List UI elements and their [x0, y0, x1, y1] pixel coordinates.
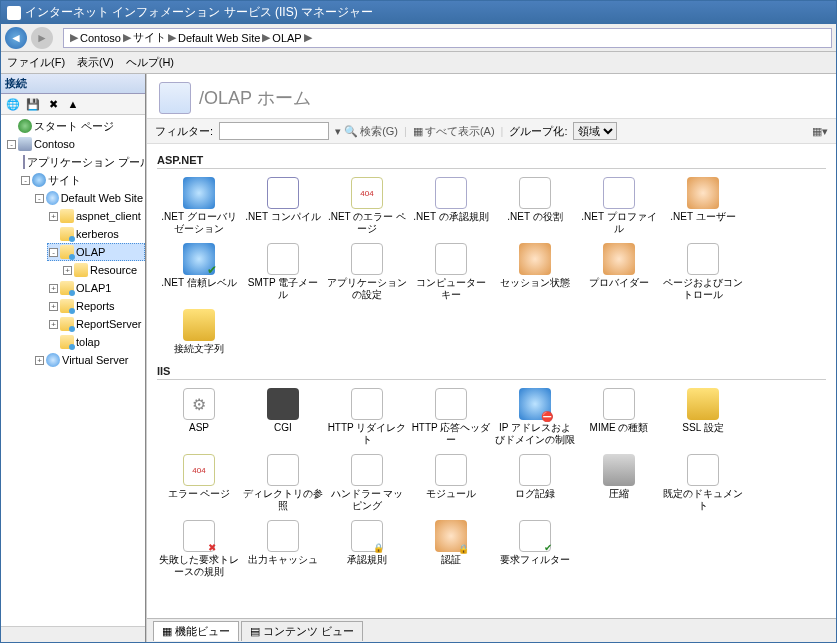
site-icon — [46, 191, 59, 205]
feature-smtp-email[interactable]: SMTP 電子メール — [241, 239, 325, 305]
expand-icon[interactable]: - — [7, 140, 16, 149]
feature-directory-browsing[interactable]: ディレクトリの参照 — [241, 450, 325, 516]
connections-tree[interactable]: スタート ページ -Contoso アプリケーション プール -サイト -Def… — [1, 115, 145, 626]
cgi-icon — [267, 388, 299, 420]
feature-net-roles[interactable]: .NET の役割 — [493, 173, 577, 239]
feature-net-compilation[interactable]: .NET コンパイル — [241, 173, 325, 239]
main-pane: /OLAP ホーム フィルター: ▾ 🔍検索(G) | ▦すべて表示(A) | … — [146, 74, 836, 642]
feature-app-settings[interactable]: アプリケーションの設定 — [325, 239, 409, 305]
feature-output-caching[interactable]: 出力キャッシュ — [241, 516, 325, 582]
expand-icon[interactable]: + — [49, 320, 58, 329]
group-iis-header: IIS — [157, 363, 826, 380]
feature-label: .NET のエラー ページ — [327, 211, 407, 235]
feature-error-pages[interactable]: エラー ページ — [157, 450, 241, 516]
tree-server[interactable]: Contoso — [34, 136, 75, 152]
group-aspnet-header: ASP.NET — [157, 152, 826, 169]
expand-icon[interactable]: + — [49, 302, 58, 311]
feature-compression[interactable]: 圧縮 — [577, 450, 661, 516]
nav-back-button[interactable]: ◄ — [5, 27, 27, 49]
sites-icon — [32, 173, 46, 187]
asp-icon — [183, 388, 215, 420]
feature-machine-key[interactable]: コンピューター キー — [409, 239, 493, 305]
feature-net-authorization-rules[interactable]: .NET の承認規則 — [409, 173, 493, 239]
feature-modules[interactable]: モジュール — [409, 450, 493, 516]
bc-3[interactable]: OLAP — [272, 32, 301, 44]
feature-authentication[interactable]: 認証 — [409, 516, 493, 582]
bc-2[interactable]: Default Web Site — [178, 32, 260, 44]
tree-virtual-server[interactable]: Virtual Server — [62, 352, 128, 368]
up-icon[interactable]: ▲ — [65, 96, 81, 112]
feature-net-profile[interactable]: .NET プロファイル — [577, 173, 661, 239]
feature-ip-domain-restrictions[interactable]: IP アドレスおよびドメインの制限 — [493, 384, 577, 450]
tree-app-pools[interactable]: アプリケーション プール — [27, 154, 145, 170]
request-filtering-icon — [519, 520, 551, 552]
expand-icon[interactable]: + — [35, 356, 44, 365]
connect-icon[interactable]: 🌐 — [5, 96, 21, 112]
tab-content-view[interactable]: ▤コンテンツ ビュー — [241, 621, 363, 641]
feature-label: 失敗した要求トレースの規則 — [159, 554, 239, 578]
expand-icon[interactable]: + — [63, 266, 72, 275]
feature-asp[interactable]: ASP — [157, 384, 241, 450]
feature-pages-controls[interactable]: ページおよびコントロール — [661, 239, 745, 305]
groupby-select[interactable]: 領域 — [573, 122, 617, 140]
menu-file[interactable]: ファイル(F) — [7, 55, 65, 70]
show-all-button[interactable]: ▦すべて表示(A) — [413, 124, 495, 139]
feature-label: ディレクトリの参照 — [243, 488, 323, 512]
feature-mime-types[interactable]: MIME の種類 — [577, 384, 661, 450]
feature-session-state[interactable]: セッション状態 — [493, 239, 577, 305]
tree-reportserver[interactable]: ReportServer — [76, 316, 141, 332]
feature-authorization-rules[interactable]: 承認規則 — [325, 516, 409, 582]
tree-tolap[interactable]: tolap — [76, 334, 100, 350]
feature-cgi[interactable]: CGI — [241, 384, 325, 450]
feature-failed-request-tracing[interactable]: 失敗した要求トレースの規則 — [157, 516, 241, 582]
tree-olap[interactable]: OLAP — [76, 244, 105, 260]
folder-icon — [74, 263, 88, 277]
go-button[interactable]: ▾ 🔍検索(G) — [335, 124, 398, 139]
tree-olap1[interactable]: OLAP1 — [76, 280, 111, 296]
tree-reports[interactable]: Reports — [76, 298, 115, 314]
feature-http-response-headers[interactable]: HTTP 応答ヘッダー — [409, 384, 493, 450]
feature-request-filtering[interactable]: 要求フィルター — [493, 516, 577, 582]
breadcrumb[interactable]: ▶ Contoso ▶ サイト ▶ Default Web Site ▶ OLA… — [63, 28, 832, 48]
bc-1[interactable]: サイト — [133, 30, 166, 45]
authentication-icon — [435, 520, 467, 552]
feature-providers[interactable]: プロバイダー — [577, 239, 661, 305]
view-mode-button[interactable]: ▦▾ — [812, 125, 828, 138]
expand-icon[interactable]: + — [49, 212, 58, 221]
filter-input[interactable] — [219, 122, 329, 140]
tree-sites[interactable]: サイト — [48, 172, 81, 188]
expand-icon[interactable]: + — [49, 284, 58, 293]
feature-connection-strings[interactable]: 接続文字列 — [157, 305, 241, 359]
feature-net-globalization[interactable]: .NET グローバリゼーション — [157, 173, 241, 239]
expand-icon[interactable]: - — [21, 176, 30, 185]
bc-0[interactable]: Contoso — [80, 32, 121, 44]
feature-net-trust-levels[interactable]: .NET 信頼レベル — [157, 239, 241, 305]
vdir-icon — [60, 227, 74, 241]
tree-olap-resource[interactable]: Resource — [90, 262, 137, 278]
delete-icon[interactable]: ✖ — [45, 96, 61, 112]
feature-http-redirect[interactable]: HTTP リダイレクト — [325, 384, 409, 450]
expand-icon[interactable]: - — [49, 248, 58, 257]
tree-kerberos[interactable]: kerberos — [76, 226, 119, 242]
net-profile-icon — [603, 177, 635, 209]
feature-ssl-settings[interactable]: SSL 設定 — [661, 384, 745, 450]
feature-handler-mappings[interactable]: ハンドラー マッピング — [325, 450, 409, 516]
tree-aspnet-client[interactable]: aspnet_client — [76, 208, 141, 224]
vdir-icon — [60, 299, 74, 313]
tree-dws[interactable]: Default Web Site — [61, 190, 143, 206]
tree-start-page[interactable]: スタート ページ — [34, 118, 114, 134]
net-roles-icon — [519, 177, 551, 209]
chevron-right-icon: ▶ — [123, 31, 131, 44]
expand-icon[interactable]: - — [35, 194, 44, 203]
menu-help[interactable]: ヘルプ(H) — [126, 55, 174, 70]
page-title: /OLAP ホーム — [199, 86, 311, 110]
save-icon[interactable]: 💾 — [25, 96, 41, 112]
feature-net-users[interactable]: .NET ユーザー — [661, 173, 745, 239]
feature-label: .NET グローバリゼーション — [159, 211, 239, 235]
menu-view[interactable]: 表示(V) — [77, 55, 114, 70]
feature-net-error-pages[interactable]: .NET のエラー ページ — [325, 173, 409, 239]
feature-default-document[interactable]: 既定のドキュメント — [661, 450, 745, 516]
tab-features-view[interactable]: ▦機能ビュー — [153, 621, 239, 641]
horizontal-scrollbar[interactable] — [1, 626, 145, 642]
feature-logging[interactable]: ログ記録 — [493, 450, 577, 516]
